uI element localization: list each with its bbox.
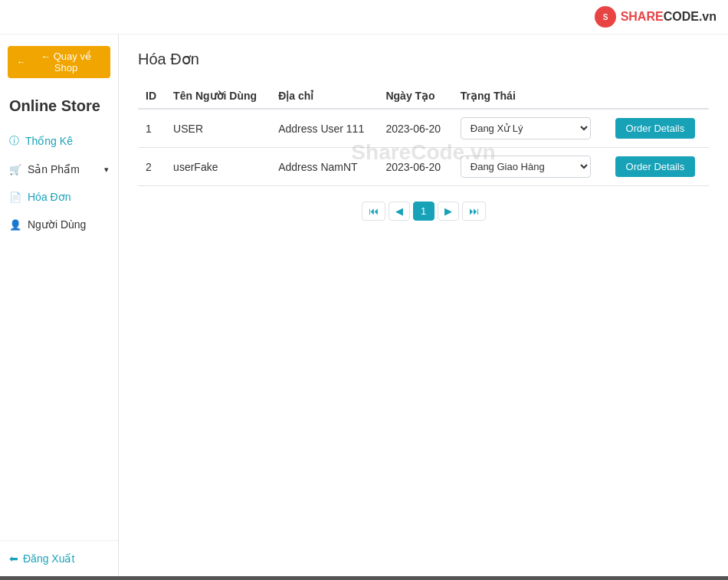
sidebar-nav: ⓘ Thống Kê 🛒 Sản Phẩm ▾ 📄 Hóa Đơn 👤 Ngườ… — [0, 126, 118, 540]
nav-label-thong-ke: Thống Kê — [25, 135, 73, 147]
back-button-label: ← Quay về Shop — [31, 51, 101, 74]
arrow-icon: ← — [17, 57, 26, 67]
cart-icon: 🛒 — [9, 164, 21, 175]
nav-label-nguoi-dung: Người Dùng — [28, 218, 86, 231]
invoice-icon: 📄 — [9, 192, 21, 203]
order-details-button[interactable]: Order Details — [615, 156, 696, 177]
sidebar-item-hoa-don[interactable]: 📄 Hóa Đơn — [0, 183, 118, 211]
cell-address: Address User 111 — [271, 109, 378, 148]
sidebar-footer: ⬅ Đăng Xuất — [0, 540, 118, 576]
logo-icon: S — [595, 6, 616, 28]
col-id: ID — [138, 84, 166, 109]
pagination-first[interactable]: ⏮ — [362, 202, 385, 221]
cell-user: USER — [166, 109, 271, 148]
cell-id: 1 — [138, 109, 166, 148]
logo-text: SHARECODE.vn — [621, 10, 717, 24]
status-select[interactable]: Đang Xử LýĐang Giao HàngHoàn ThànhĐã Hủy — [461, 156, 591, 178]
content-area: ShareCode.vn ID Tên Người Dùng Địa chỉ N… — [138, 84, 709, 221]
pagination-last[interactable]: ⏭ — [462, 202, 486, 221]
status-select[interactable]: Đang Xử LýĐang Giao HàngHoàn ThànhĐã Hủy — [461, 117, 591, 139]
sidebar-top: ← ← Quay về Shop — [0, 34, 118, 90]
sidebar-item-san-pham[interactable]: 🛒 Sản Phẩm ▾ — [0, 156, 118, 183]
pagination-prev[interactable]: ◀ — [389, 202, 410, 221]
order-details-button[interactable]: Order Details — [615, 118, 696, 139]
cell-id: 2 — [138, 148, 166, 186]
table-header-row: ID Tên Người Dùng Địa chỉ Ngày Tạo Trạng… — [138, 84, 709, 109]
sidebar-item-nguoi-dung[interactable]: 👤 Người Dùng — [0, 211, 118, 238]
cell-status: Đang Xử LýĐang Giao HàngHoàn ThànhĐã Hủy — [453, 109, 608, 148]
page-title: Hóa Đơn — [138, 50, 709, 68]
logout-button[interactable]: ⬅ Đăng Xuất — [9, 552, 74, 565]
nav-label-hoa-don: Hóa Đơn — [28, 191, 71, 203]
table-row: 2userFakeAddress NamNT2023-06-20Đang Xử … — [138, 148, 709, 186]
logout-icon: ⬅ — [9, 552, 18, 565]
cell-action: Order Details — [608, 148, 709, 186]
col-status: Trạng Thái — [453, 84, 709, 109]
pagination-current[interactable]: 1 — [413, 202, 435, 221]
logo-brand: SHARE — [621, 10, 664, 23]
logo-suffix: CODE.vn — [664, 10, 717, 23]
logo-area: S SHARECODE.vn — [595, 6, 717, 28]
user-icon: 👤 — [9, 219, 21, 231]
col-address: Địa chỉ — [271, 84, 378, 109]
sidebar-item-thong-ke[interactable]: ⓘ Thống Kê — [0, 126, 118, 156]
back-to-shop-button[interactable]: ← ← Quay về Shop — [8, 46, 110, 78]
cell-status: Đang Xử LýĐang Giao HàngHoàn ThànhĐã Hủy — [453, 148, 608, 186]
top-bar: S SHARECODE.vn — [0, 0, 728, 34]
cell-user: userFake — [166, 148, 271, 186]
cell-address: Address NamNT — [271, 148, 378, 186]
pagination-next[interactable]: ▶ — [438, 202, 459, 221]
cell-date: 2023-06-20 — [378, 148, 452, 186]
col-user: Tên Người Dùng — [166, 84, 271, 109]
chart-icon: ⓘ — [9, 134, 19, 148]
col-date: Ngày Tạo — [378, 84, 452, 109]
sidebar-title: Online Store — [0, 90, 118, 126]
nav-label-san-pham: Sản Phẩm — [28, 163, 80, 175]
svg-text:S: S — [602, 13, 608, 21]
products-arrow-icon: ▾ — [104, 165, 109, 175]
cell-date: 2023-06-20 — [378, 109, 452, 148]
pagination: ⏮ ◀ 1 ▶ ⏭ — [138, 202, 709, 221]
sidebar: ← ← Quay về Shop Online Store ⓘ Thống Kê… — [0, 34, 119, 576]
main-content: Hóa Đơn ShareCode.vn ID Tên Người Dùng Đ… — [119, 34, 728, 576]
orders-table: ID Tên Người Dùng Địa chỉ Ngày Tạo Trạng… — [138, 84, 709, 186]
logout-label: Đăng Xuất — [23, 552, 74, 565]
cell-action: Order Details — [608, 109, 709, 148]
footer: Copyright © ShareCode.vn — [0, 576, 728, 580]
table-row: 1USERAddress User 1112023-06-20Đang Xử L… — [138, 109, 709, 148]
